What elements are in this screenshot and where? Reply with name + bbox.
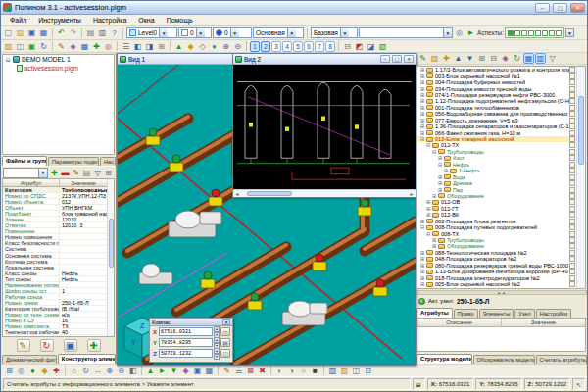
attribute-row[interactable]: Температура расчетная, град С [3, 335, 107, 337]
maximize-button[interactable]: ▢ [553, 3, 567, 13]
visibility-checkbox[interactable] [569, 256, 575, 262]
view2-title-bar[interactable]: Вид 2 ‒ ▢ ✕ [233, 54, 416, 65]
render-mode-icon[interactable]: ◐ [274, 366, 285, 376]
attribute-value[interactable] [60, 228, 107, 233]
compass-print-icon[interactable]: ▤ [220, 338, 230, 347]
visibility-checkbox[interactable] [569, 243, 575, 249]
project-files-tree[interactable]: ⊟ DEMO MODEL 1 activesession.plgm [2, 54, 115, 155]
collapse-panels-icon[interactable]: ⊟ [342, 41, 353, 52]
tab-read-attributes[interactable]: Считать атрибуты [536, 355, 587, 364]
visibility-checkbox[interactable] [569, 149, 575, 155]
attribute-value[interactable]: 012 [60, 199, 107, 204]
visibility-checkbox[interactable] [569, 168, 575, 173]
description-column-header[interactable]: Описание [417, 318, 502, 326]
move-down-icon[interactable]: ▼ [465, 53, 475, 64]
menu-windows[interactable]: Окна [132, 15, 160, 25]
node-table-body[interactable] [417, 327, 585, 351]
tree-filter-icon[interactable]: ▽ [547, 53, 558, 64]
edit-mode-icon[interactable]: ✎ [417, 53, 428, 64]
catalog-icon[interactable]: ▦ [79, 41, 90, 52]
mirror-icon[interactable]: ◪ [366, 41, 376, 52]
add-filter-icon[interactable]: ✚ [49, 168, 60, 178]
attribute-value[interactable]: 250-1-б5-Л [60, 300, 107, 305]
save-icon[interactable]: ▣ [26, 27, 37, 38]
attribute-value[interactable]: 40 [60, 329, 107, 334]
funnel-filter-icon[interactable]: ▽ [92, 168, 103, 178]
attribute-value[interactable]: 16 [60, 318, 107, 322]
attribute-value[interactable] [60, 265, 107, 270]
compass-copy-icon[interactable]: ◫ [220, 349, 230, 358]
visibility-checkbox[interactable] [569, 118, 575, 123]
expand-toggle-icon[interactable]: ⊞ [431, 193, 437, 199]
visibility-checkbox[interactable] [569, 237, 575, 243]
new-folder-icon[interactable]: ▨ [429, 53, 440, 64]
delete-element-icon[interactable]: ⊠ [245, 366, 256, 376]
z-coordinate-input[interactable] [159, 349, 213, 358]
visibility-checkbox[interactable] [569, 86, 575, 92]
snap-intersection-icon[interactable]: ✚ [51, 366, 62, 376]
close-model-icon[interactable]: ◫ [15, 41, 25, 52]
shaded-view-icon[interactable]: ◆ [185, 41, 196, 52]
preview-icon[interactable]: ▥ [97, 27, 108, 38]
list-icon[interactable]: ☰ [121, 41, 131, 52]
table-view-icon[interactable]: ▦ [523, 53, 534, 64]
attribute-value[interactable]: 12010 [60, 217, 107, 221]
menu-help[interactable]: Помощь [161, 15, 199, 25]
visibility-checkbox[interactable] [569, 193, 575, 199]
expand-toggle-icon[interactable]: ⊞ [419, 219, 425, 224]
z-spinner[interactable]: ▲▼ [214, 348, 220, 360]
line-color-combo[interactable]: 0▼ [213, 27, 252, 38]
view-6-button[interactable]: 6 [304, 41, 314, 52]
attribute-value[interactable]: н/д [60, 312, 107, 317]
attribute-value[interactable]: Нефть [60, 270, 107, 275]
model-tree-scrollbar[interactable] [576, 67, 585, 288]
view-1-button[interactable]: 1 [250, 41, 260, 52]
view-3-button[interactable]: 3 [271, 41, 281, 52]
expand-toggle-icon[interactable]: ⊞ [419, 67, 425, 73]
tree-item[interactable]: ⊞1.17/2-Блок автоматического розжига и к… [417, 67, 576, 73]
tree-item[interactable]: ⊞080-Площадка резервуаров грязной воды Р… [417, 263, 576, 269]
expand-toggle-icon[interactable]: ⊞ [419, 269, 425, 274]
tab-attributes[interactable]: Атрибуты [416, 308, 453, 318]
expand-toggle-icon[interactable]: ⊞ [419, 250, 425, 256]
edit-filter-icon[interactable]: ✎ [71, 168, 81, 178]
new-document-icon[interactable]: ▢ [3, 27, 14, 38]
link-node-icon[interactable]: ◈ [500, 53, 511, 64]
snap-point-icon[interactable]: ● [27, 366, 38, 376]
insert-structure-icon[interactable]: ▦ [204, 366, 215, 376]
visibility-checkbox[interactable] [569, 74, 575, 79]
expand-toggle-icon[interactable]: ⊟ [431, 149, 437, 155]
pan-view-icon[interactable]: ↔ [92, 366, 103, 376]
clip-volume-icon[interactable]: ◫ [351, 366, 362, 376]
save-model-icon[interactable]: ▣ [26, 41, 37, 52]
expand-toggle-icon[interactable]: ⊞ [419, 275, 425, 281]
chevron-down-icon[interactable]: ▼ [443, 28, 452, 37]
visibility-checkbox[interactable] [569, 92, 575, 98]
attribute-value[interactable] [60, 335, 107, 337]
snap-grid-icon[interactable]: ⊞ [4, 366, 15, 376]
snap-center-icon[interactable]: ◎ [16, 366, 26, 376]
visibility-checkbox[interactable] [569, 281, 575, 287]
tree-item[interactable]: ⊞1.36-Площадка сепараторов и газосепарат… [417, 123, 576, 129]
view-2-button[interactable]: 2 [261, 41, 270, 52]
expand-toggle-icon[interactable]: ⊞ [419, 123, 425, 129]
scroll-left-icon[interactable]: ◄ [233, 191, 241, 197]
locate-icon[interactable]: ◎ [103, 41, 114, 52]
attribute-value[interactable]: [В (б)а] [60, 306, 107, 311]
tree-root-row[interactable]: ⊟ DEMO MODEL 1 [3, 55, 114, 64]
tree-item[interactable]: ⊞074/1-Площадка резервуаров нефти РВС-30… [417, 92, 576, 98]
expand-toggle-icon[interactable]: ⊞ [425, 206, 431, 212]
view2-close-button[interactable]: ✕ [404, 55, 414, 63]
orbit-icon[interactable]: ● [209, 41, 220, 52]
snap-midpoint-icon[interactable]: ◆ [39, 366, 50, 376]
aspect-square-2[interactable] [514, 30, 520, 36]
expand-filter-icon[interactable]: ⊞ [103, 168, 114, 178]
tree-item[interactable]: ⊞056-Водозаборная скважина для производс… [417, 111, 576, 117]
tab-files-groups[interactable]: Файлы и группы [2, 156, 47, 166]
tree-item[interactable]: ⊞1.13-Блок дозирования ингибитора корроз… [417, 269, 576, 274]
expand-toggle-icon[interactable]: ⊞ [419, 118, 425, 123]
compass-lock-icon[interactable]: ▭ [220, 327, 230, 336]
section-view-icon[interactable]: ◧ [127, 366, 138, 376]
search-icon[interactable]: ◎ [454, 27, 465, 38]
expand-toggle-icon[interactable]: ⊞ [419, 98, 425, 104]
